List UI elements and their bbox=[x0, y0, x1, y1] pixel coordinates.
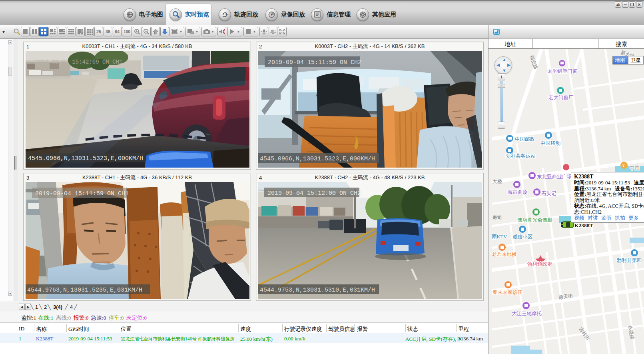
svg-text:中国: 中国 bbox=[630, 165, 640, 171]
svg-text:4545.0966,N,13031.5323,E,000KM: 4545.0966,N,13031.5323,E,000KM/H bbox=[28, 155, 143, 162]
svg-text:寿司: 寿司 bbox=[492, 215, 502, 220]
svg-text:勃利镇政府: 勃利镇政府 bbox=[527, 261, 552, 267]
svg-text:太平铝塑门窗: 太平铝塑门窗 bbox=[547, 68, 577, 74]
svg-text:春来农家饭庄: 春来农家饭庄 bbox=[492, 290, 523, 295]
svg-text:2019-09-04 15:11:59 ON CH1: 2019-09-04 15:11:59 ON CH1 bbox=[35, 190, 129, 197]
svg-text:宏大门窗厂: 宏大门窗厂 bbox=[548, 95, 574, 100]
svg-text:勃利县第四: 勃利县第四 bbox=[617, 258, 642, 263]
svg-text:海富商厦: 海富商厦 bbox=[508, 189, 528, 195]
svg-text:中国邮政: 中国邮政 bbox=[515, 136, 535, 142]
svg-text:2019-09-04 15:42:09 ON CH1: 2019-09-04 15:42:09 ON CH1 bbox=[35, 59, 122, 65]
svg-text:中国移动: 中国移动 bbox=[540, 140, 560, 146]
svg-text:4544.9763,N,13031.5235,E,031KM: 4544.9763,N,13031.5235,E,031KM/H bbox=[27, 287, 142, 294]
svg-text:老常来地摊: 老常来地摊 bbox=[492, 252, 517, 257]
svg-text:K2388T: K2388T bbox=[574, 222, 593, 228]
svg-text:4545.0966,N,13031.5323,E,000KM: 4545.0966,N,13031.5323,E,000KM/H bbox=[260, 156, 375, 162]
svg-text:大楼: 大楼 bbox=[492, 179, 502, 184]
svg-text:诚信小区: 诚信小区 bbox=[512, 234, 533, 240]
svg-text:2019-09-04 15:12:00 ON CH2: 2019-09-04 15:12:00 ON CH2 bbox=[267, 190, 361, 197]
svg-text:¥: ¥ bbox=[622, 163, 625, 168]
svg-text:4544.9753,N,13031.5310,E,031KM: 4544.9753,N,13031.5310,E,031KM/H bbox=[260, 287, 375, 294]
svg-text:佛店灵光斋佛殿: 佛店灵光斋佛殿 bbox=[517, 217, 552, 223]
svg-text:大江三轮摩托: 大江三轮摩托 bbox=[512, 311, 542, 316]
svg-text:勃利县客运站: 勃利县客运站 bbox=[506, 153, 536, 159]
svg-text:石头记: 石头记 bbox=[541, 191, 556, 196]
svg-text:2019-09-04 15:11:59 ON CH2: 2019-09-04 15:11:59 ON CH2 bbox=[268, 59, 361, 66]
svg-text:东北亚商业广场: 东北亚商业广场 bbox=[537, 174, 572, 180]
svg-text:雨KTV: 雨KTV bbox=[492, 234, 507, 240]
